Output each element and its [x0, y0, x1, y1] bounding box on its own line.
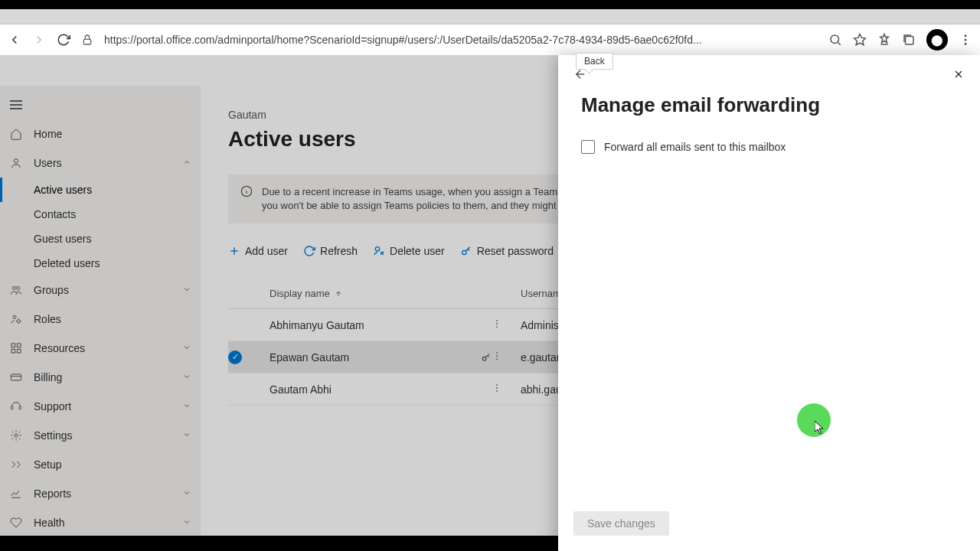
- sidebar-label: Resources: [34, 342, 85, 354]
- chevron-down-icon: [182, 400, 191, 412]
- svg-point-24: [15, 434, 18, 437]
- svg-point-12: [12, 286, 15, 289]
- roles-icon: [9, 313, 23, 325]
- row-more-icon[interactable]: [492, 318, 521, 331]
- refresh-button[interactable]: Refresh: [303, 245, 358, 257]
- sidebar-sub-active-users[interactable]: Active users: [0, 178, 201, 202]
- chevron-down-icon: [182, 517, 191, 529]
- hamburger-button[interactable]: [0, 90, 201, 119]
- lock-icon: [81, 34, 93, 46]
- cursor-highlight: [797, 403, 831, 437]
- sort-up-icon: [335, 290, 342, 298]
- svg-marker-2: [854, 34, 866, 45]
- sidebar-item-groups[interactable]: Groups: [0, 276, 201, 305]
- sidebar: Home Users Active users Contacts Guest u…: [0, 86, 201, 551]
- sidebar-label: Roles: [34, 313, 61, 325]
- key-icon[interactable]: [481, 352, 492, 363]
- forward-checkbox-row[interactable]: Forward all emails sent to this mailbox: [581, 140, 957, 154]
- chevron-down-icon: [182, 371, 191, 383]
- sidebar-item-reports[interactable]: Reports: [0, 479, 201, 508]
- billing-icon: [9, 371, 23, 383]
- sidebar-item-setup[interactable]: Setup: [0, 450, 201, 479]
- sidebar-label: Groups: [34, 284, 69, 296]
- save-changes-button[interactable]: Save changes: [573, 511, 669, 536]
- checkbox[interactable]: [581, 140, 595, 154]
- sidebar-sub-guest-users[interactable]: Guest users: [0, 227, 201, 251]
- sidebar-label: Home: [34, 128, 62, 140]
- sidebar-item-home[interactable]: Home: [0, 119, 201, 148]
- sidebar-item-roles[interactable]: Roles: [0, 305, 201, 334]
- add-user-button[interactable]: Add user: [228, 245, 288, 257]
- svg-point-36: [496, 327, 498, 328]
- svg-rect-20: [11, 374, 21, 380]
- star-icon[interactable]: [853, 33, 867, 47]
- svg-point-14: [13, 315, 16, 318]
- sidebar-sub-contacts[interactable]: Contacts: [0, 202, 201, 227]
- favorites-icon[interactable]: [877, 33, 891, 47]
- sidebar-item-billing[interactable]: Billing: [0, 363, 201, 392]
- svg-point-6: [965, 39, 966, 41]
- sidebar-item-users[interactable]: Users: [0, 148, 201, 178]
- side-panel: Back Manage email forwarding Forward all…: [558, 55, 980, 551]
- forward-icon: [32, 33, 46, 47]
- svg-point-41: [496, 384, 498, 386]
- check-icon[interactable]: ✓: [228, 350, 242, 364]
- svg-point-35: [496, 323, 498, 324]
- hamburger-icon: [9, 99, 23, 110]
- svg-point-11: [14, 159, 18, 163]
- chevron-down-icon: [182, 284, 191, 296]
- home-icon: [9, 128, 23, 140]
- info-icon: [240, 185, 253, 213]
- svg-point-1: [831, 35, 839, 44]
- svg-point-30: [375, 247, 379, 251]
- refresh-icon[interactable]: [57, 33, 70, 47]
- svg-rect-4: [906, 37, 914, 45]
- sidebar-label: Billing: [34, 371, 62, 383]
- user-icon: [9, 157, 23, 169]
- svg-point-34: [496, 320, 498, 321]
- svg-point-43: [496, 391, 498, 393]
- svg-rect-17: [17, 344, 21, 347]
- sidebar-label: Users: [34, 157, 62, 169]
- svg-point-5: [965, 35, 966, 37]
- row-more-icon[interactable]: [492, 350, 521, 364]
- svg-rect-0: [83, 39, 90, 44]
- sidebar-label: Health: [34, 517, 64, 529]
- column-display-name[interactable]: Display name: [270, 288, 492, 299]
- back-button[interactable]: Back: [573, 67, 587, 84]
- reset-password-button[interactable]: Reset password: [460, 245, 554, 257]
- svg-rect-23: [19, 406, 21, 409]
- chevron-down-icon: [182, 487, 191, 500]
- support-icon: [9, 400, 23, 412]
- address-bar[interactable]: https://portal.office.com/adminportal/ho…: [104, 34, 818, 46]
- row-more-icon[interactable]: [492, 383, 521, 396]
- sidebar-item-support[interactable]: Support: [0, 392, 201, 421]
- svg-point-42: [496, 387, 498, 389]
- back-icon[interactable]: [8, 33, 21, 47]
- cursor-icon: [815, 421, 825, 435]
- search-icon[interactable]: [828, 33, 842, 47]
- svg-rect-18: [17, 349, 21, 353]
- sidebar-item-resources[interactable]: Resources: [0, 334, 201, 363]
- collections-icon[interactable]: [902, 33, 916, 47]
- svg-point-15: [17, 320, 20, 323]
- groups-icon: [9, 284, 23, 296]
- sidebar-label: Reports: [34, 487, 71, 500]
- sidebar-item-health[interactable]: Health: [0, 508, 201, 537]
- browser-tabstrip[interactable]: [0, 9, 980, 24]
- chevron-down-icon: [182, 429, 191, 442]
- resources-icon: [9, 342, 23, 354]
- browser-toolbar: https://portal.office.com/adminportal/ho…: [0, 24, 980, 55]
- health-icon: [9, 517, 23, 529]
- svg-rect-16: [11, 344, 15, 347]
- reports-icon: [9, 487, 23, 500]
- sidebar-sub-deleted-users[interactable]: Deleted users: [0, 251, 201, 276]
- setup-icon: [9, 458, 23, 471]
- close-button[interactable]: [952, 68, 965, 83]
- svg-point-7: [965, 44, 966, 45]
- delete-user-button[interactable]: Delete user: [373, 245, 445, 257]
- sidebar-item-settings[interactable]: Settings: [0, 421, 201, 450]
- extension-icon[interactable]: ⬤: [926, 29, 948, 51]
- menu-icon[interactable]: [959, 33, 972, 47]
- svg-point-39: [496, 355, 498, 357]
